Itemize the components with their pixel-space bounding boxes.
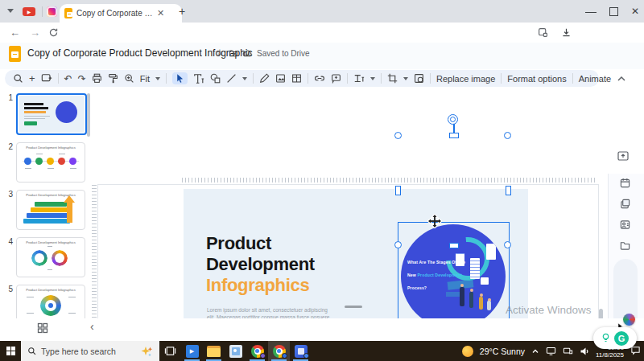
zoom-fit-select[interactable]: Fit <box>140 74 150 84</box>
tab-close-icon[interactable]: ✕ <box>157 8 164 18</box>
filmstrip-item-3[interactable]: 3 Product Development Infographics <box>3 190 87 230</box>
divider <box>347 73 348 84</box>
undo-icon[interactable]: ↶ <box>64 73 72 84</box>
resize-handle-se[interactable] <box>504 241 511 248</box>
active-tab[interactable]: Copy of Corporate Product Dev ✕ <box>60 4 182 23</box>
window-minimize-button[interactable] <box>585 7 597 13</box>
mask-image-icon[interactable] <box>414 73 424 84</box>
tab-organizer-icon[interactable] <box>538 27 548 38</box>
select-tool-icon[interactable] <box>172 72 188 84</box>
paint-format-icon[interactable] <box>108 73 118 84</box>
text-format-icon[interactable] <box>353 73 365 84</box>
image-icon[interactable] <box>275 73 286 84</box>
resize-handle-s[interactable] <box>449 243 459 248</box>
network-tray-icon[interactable] <box>563 347 573 355</box>
task-view-button[interactable] <box>159 341 181 361</box>
weather-text[interactable]: 29°C Sunny <box>480 347 525 356</box>
slide-thumbnail-2[interactable]: Product Development Infographics <box>16 142 85 183</box>
plus-icon[interactable]: + <box>29 72 35 84</box>
filmstrip-item-2[interactable]: 2 Product Development Infographics <box>3 142 87 183</box>
taskbar-search-box[interactable]: Type here to search <box>21 341 159 361</box>
slide-number: 3 <box>3 190 13 199</box>
collapse-toolbar-icon[interactable] <box>617 74 626 84</box>
animate-button[interactable]: Animate <box>579 74 611 84</box>
zoom-fit-caret[interactable] <box>155 77 160 80</box>
templates-panel-icon[interactable] <box>617 150 630 162</box>
taskbar-app-file-explorer[interactable] <box>203 341 225 361</box>
contacts-icon[interactable] <box>620 219 630 230</box>
cloud-saved-icon[interactable] <box>242 48 253 58</box>
search-menus-icon[interactable] <box>13 73 23 84</box>
selection-bounding-box[interactable] <box>398 222 510 331</box>
notes-resize-handle[interactable] <box>345 306 362 308</box>
redo-icon[interactable]: ↷ <box>78 73 86 84</box>
saved-status[interactable]: Saved to Drive <box>257 49 310 58</box>
folder-icon[interactable] <box>620 240 630 251</box>
calendar-icon[interactable] <box>620 178 630 188</box>
pinned-tab-youtube[interactable]: ▶ <box>23 7 35 16</box>
taskbar-app-chrome-2-active[interactable] <box>268 341 290 361</box>
slide-number: 5 <box>3 285 13 293</box>
resize-handle-e[interactable] <box>506 186 511 195</box>
add-comment-icon[interactable] <box>331 73 341 84</box>
format-options-button[interactable]: Format options <box>507 74 566 84</box>
start-button[interactable] <box>0 341 21 361</box>
grammarly-widget[interactable]: G <box>593 327 637 349</box>
resize-handle-w[interactable] <box>395 186 401 195</box>
resize-handle-nw[interactable] <box>394 132 402 139</box>
action-center-icon[interactable] <box>630 347 641 356</box>
taskbar-app-movies[interactable]: ▶ <box>181 341 203 361</box>
slide-thumbnail-3[interactable]: Product Development Infographics <box>16 190 85 230</box>
crop-caret[interactable] <box>403 77 408 80</box>
line-tool-icon[interactable] <box>226 73 237 84</box>
shapes-icon[interactable] <box>210 73 221 84</box>
taskbar-app-photos[interactable] <box>225 341 246 361</box>
collapse-filmstrip-icon[interactable]: ‹ <box>90 320 94 333</box>
back-icon[interactable]: ← <box>10 27 20 39</box>
volume-tray-icon[interactable] <box>580 347 589 355</box>
keep-notes-icon[interactable] <box>620 199 630 209</box>
grid-view-icon[interactable] <box>37 322 48 334</box>
print-icon[interactable] <box>92 73 102 84</box>
download-icon[interactable] <box>561 27 572 38</box>
new-tab-button[interactable]: + <box>179 5 185 18</box>
window-maximize-button[interactable] <box>609 7 618 16</box>
weather-sun-icon[interactable] <box>462 346 473 357</box>
taskbar-app-chrome-1[interactable] <box>246 341 268 361</box>
replace-image-button[interactable]: Replace image <box>436 74 495 84</box>
pinned-tab-instagram[interactable] <box>47 6 57 17</box>
insert-link-icon[interactable] <box>314 73 325 84</box>
display-tray-icon[interactable] <box>546 347 556 355</box>
divider <box>308 73 308 84</box>
pen-icon[interactable] <box>259 73 270 84</box>
table-icon[interactable] <box>291 73 302 84</box>
tray-expand-icon[interactable] <box>531 347 539 355</box>
thumb-graphic <box>47 246 52 247</box>
filmstrip-item-4[interactable]: 4 Product Development Infographics <box>3 237 87 277</box>
thumb-graphic <box>67 202 72 223</box>
text-box-icon[interactable] <box>193 73 204 84</box>
extension-bubble[interactable] <box>623 314 635 326</box>
crop-icon[interactable] <box>387 73 398 84</box>
star-document-icon[interactable]: ☆ <box>216 47 224 58</box>
resize-handle-ne[interactable] <box>504 132 511 139</box>
zoom-icon[interactable] <box>124 73 134 84</box>
forward-icon[interactable]: → <box>30 27 40 39</box>
tab-search-chevron-icon[interactable] <box>7 9 14 13</box>
window-close-button[interactable]: ✕ <box>631 6 639 17</box>
resize-handle-n[interactable] <box>449 133 459 138</box>
slide-thumbnail-4[interactable]: Product Development Infographics <box>16 237 85 277</box>
resize-handle-sw[interactable] <box>394 241 402 248</box>
slide-title[interactable]: Product Development Infographics <box>206 233 315 296</box>
rotation-handle[interactable] <box>448 114 458 125</box>
line-tool-caret[interactable] <box>242 77 247 80</box>
move-folder-icon[interactable] <box>229 48 238 58</box>
new-slide-icon[interactable] <box>41 74 52 84</box>
reload-icon[interactable] <box>48 27 59 38</box>
slide-thumbnail-1[interactable] <box>16 93 87 135</box>
taskbar-app-blue[interactable] <box>290 341 312 361</box>
text-format-caret[interactable] <box>370 77 375 80</box>
filmstrip-item-1[interactable]: 1 <box>3 93 87 135</box>
slides-logo-icon[interactable] <box>9 46 21 62</box>
filmstrip-scrollbar[interactable] <box>87 93 90 137</box>
